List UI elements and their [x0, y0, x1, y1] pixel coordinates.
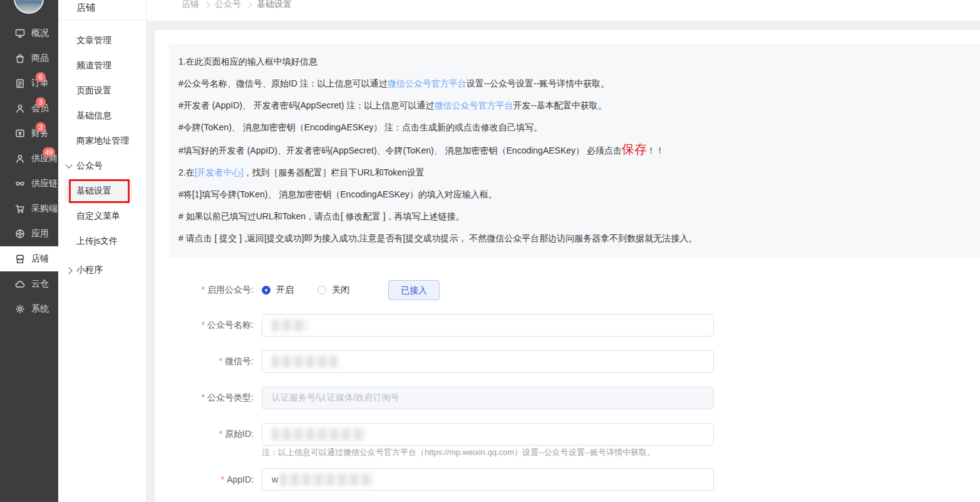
submenu-item[interactable]: 页面设置 — [58, 78, 146, 103]
connected-status-button[interactable]: 已接入 — [388, 280, 440, 300]
instruction-text: ，找到［服务器配置］栏目下URL和Token设置 — [243, 167, 424, 177]
app-id-input[interactable]: w — [262, 468, 714, 491]
instruction-line: # 请点击 [ 提交 ] ,返回[提交成功]即为接入成功,注意是否有[提交成功提… — [178, 227, 967, 249]
submenu-item-label: 公众号 — [76, 160, 103, 172]
sidebar-item-label: 系统 — [31, 303, 49, 315]
members-icon — [15, 103, 25, 113]
main-sidebar-nav: 概况商品订单6会员3财务3供应商49供应链采购端应用店铺云仓系统 — [0, 21, 58, 322]
radio-unselected-icon[interactable] — [317, 286, 326, 295]
instruction-text: 开发--基本配置中获取。 — [513, 100, 606, 110]
submenu-item[interactable]: 商家地址管理 — [58, 128, 146, 154]
breadcrumb-item-shop[interactable]: 店铺 — [182, 0, 199, 10]
sidebar-item-supplier[interactable]: 供应商49 — [0, 146, 58, 171]
original-id-input[interactable] — [262, 423, 714, 446]
name-input[interactable] — [262, 314, 714, 337]
enable-account-row: *启用公众号: 开启 关闭 已接入 — [155, 280, 980, 300]
instruction-text: #开发者 (AppID)、 开发者密码(AppSecret) 注：以上信息可以通… — [178, 100, 434, 110]
required-asterisk: * — [219, 429, 222, 439]
submenu-item-label: 页面设置 — [76, 85, 111, 97]
required-asterisk: * — [202, 392, 205, 402]
chevron-right-icon — [246, 2, 252, 8]
breadcrumb-item-official-account[interactable]: 公众号 — [215, 0, 241, 10]
inline-link[interactable]: [开发者中心] — [195, 167, 244, 177]
submenu-item[interactable]: 小程序 — [58, 258, 146, 283]
radio-selected-icon[interactable] — [262, 286, 271, 295]
notification-badge: 49 — [43, 147, 55, 157]
submenu-item[interactable]: 自定义菜单 — [58, 204, 146, 229]
sidebar-item-cloud-warehouse[interactable]: 云仓 — [0, 271, 58, 296]
save-emphasis-text: 保存 — [622, 142, 647, 156]
enable-account-label: *启用公众号: — [155, 285, 262, 296]
form-field-rows: *公众号名称:*微信号:*公众号类型:认证服务号/认证媒体/政府订阅号*原始ID… — [155, 314, 980, 491]
shop-icon — [15, 254, 25, 264]
sidebar-item-shop[interactable]: 店铺 — [0, 246, 58, 271]
app-id-label: *AppID: — [155, 474, 262, 484]
sub-sidebar-menu: 文章管理频道管理页面设置基础信息商家地址管理公众号基础设置自定义菜单上传js文件… — [58, 20, 146, 283]
instruction-text: # 如果以前已填写过URL和Token，请点击[ 修改配置 ]，再填写上述链接。 — [178, 211, 465, 221]
wechat-id-input[interactable] — [262, 350, 714, 373]
supply-chain-icon — [15, 179, 25, 189]
sidebar-item-dashboard[interactable]: 概况 — [0, 21, 58, 46]
dashboard-icon — [15, 28, 25, 38]
sidebar-item-label: 云仓 — [31, 278, 49, 290]
instruction-line: 2.在[开发者中心]，找到［服务器配置］栏目下URL和Token设置 — [178, 162, 967, 184]
redacted-value — [272, 319, 308, 332]
sidebar-item-orders[interactable]: 订单6 — [0, 71, 58, 96]
submenu-item-label: 小程序 — [76, 264, 103, 276]
instruction-text: 1.在此页面相应的输入框中填好信息 — [178, 56, 317, 66]
original-id-row: *原始ID: — [155, 423, 980, 446]
system-icon — [15, 304, 25, 314]
app-id-row: *AppID:w — [155, 468, 980, 491]
store-avatar — [14, 0, 44, 14]
sidebar-item-goods[interactable]: 商品 — [0, 46, 58, 71]
inline-link[interactable]: 微信公众号官方平台 — [388, 78, 467, 88]
sidebar-item-procurement[interactable]: 采购端 — [0, 196, 58, 221]
sidebar-item-finance[interactable]: 财务3 — [0, 121, 58, 146]
radio-off[interactable]: 关闭 — [317, 285, 349, 296]
breadcrumb-item-basic-settings: 基础设置 — [257, 0, 292, 10]
type-row: *公众号类型:认证服务号/认证媒体/政府订阅号 — [155, 387, 980, 409]
name-label: *公众号名称: — [155, 320, 262, 331]
radio-on[interactable]: 开启 — [262, 285, 294, 296]
submenu-item-label: 上传js文件 — [76, 236, 118, 247]
apps-icon — [15, 229, 25, 239]
instruction-line: #公众号名称、微信号、原始ID 注：以上信息可以通过微信公众号官方平台设置--公… — [178, 73, 967, 95]
sidebar-item-members[interactable]: 会员3 — [0, 96, 58, 121]
sidebar-item-label: 商品 — [31, 53, 49, 64]
required-asterisk: * — [202, 285, 205, 295]
settings-card: 1.在此页面相应的输入框中填好信息#公众号名称、微信号、原始ID 注：以上信息可… — [155, 30, 980, 502]
submenu-item[interactable]: 文章管理 — [58, 28, 146, 53]
submenu-item[interactable]: 公众号 — [58, 154, 146, 179]
submenu-item[interactable]: 基础设置 — [58, 179, 146, 204]
instruction-line: #令牌(ToKen)、 消息加密密钥（EncodingAESKey） 注：点击生… — [178, 117, 967, 139]
required-asterisk: * — [202, 320, 205, 330]
instruction-line: 1.在此页面相应的输入框中填好信息 — [178, 51, 967, 73]
official-account-form: *启用公众号: 开启 关闭 已接入 *公众号名称:*微信号:*公众号类型:认证服… — [155, 280, 980, 491]
submenu-item[interactable]: 基础信息 — [58, 103, 146, 128]
submenu-item-label: 商家地址管理 — [76, 135, 129, 147]
type-label: *公众号类型: — [155, 392, 262, 404]
sidebar-item-supply-chain[interactable]: 供应链 — [0, 171, 58, 196]
supplier-icon — [15, 154, 25, 164]
instruction-line: # 如果以前已填写过URL和Token，请点击[ 修改配置 ]，再填写上述链接。 — [178, 206, 967, 227]
instruction-text: #填写好的开发者 (AppID)、开发者密码(AppSecret)、令牌(ToK… — [178, 145, 622, 155]
instruction-text: #令牌(ToKen)、 消息加密密钥（EncodingAESKey） 注：点击生… — [178, 122, 542, 132]
input-value-prefix: w — [272, 474, 278, 484]
submenu-item[interactable]: 频道管理 — [58, 53, 146, 78]
submenu-item[interactable]: 上传js文件 — [58, 229, 146, 254]
required-asterisk: * — [219, 356, 222, 366]
type-input[interactable]: 认证服务号/认证媒体/政府订阅号 — [262, 387, 714, 409]
submenu-item-label: 频道管理 — [76, 60, 111, 71]
instruction-line: #将[1]填写令牌(ToKen)、 消息加密密钥（EncodingAESKey）… — [178, 184, 967, 206]
instruction-text: 2.在 — [178, 167, 195, 177]
sidebar-item-label: 应用 — [31, 228, 49, 239]
instruction-text: ！！ — [647, 145, 664, 155]
sidebar-item-apps[interactable]: 应用 — [0, 221, 58, 246]
procurement-icon — [15, 204, 25, 214]
inline-link[interactable]: 微信公众号官方平台 — [434, 100, 513, 110]
enable-radio-group: 开启 关闭 已接入 — [262, 280, 440, 300]
sidebar-item-system[interactable]: 系统 — [0, 296, 58, 322]
sub-sidebar: 店铺 文章管理频道管理页面设置基础信息商家地址管理公众号基础设置自定义菜单上传j… — [58, 0, 147, 502]
redacted-value — [280, 473, 374, 486]
instructions-panel: 1.在此页面相应的输入框中填好信息#公众号名称、微信号、原始ID 注：以上信息可… — [169, 44, 980, 258]
